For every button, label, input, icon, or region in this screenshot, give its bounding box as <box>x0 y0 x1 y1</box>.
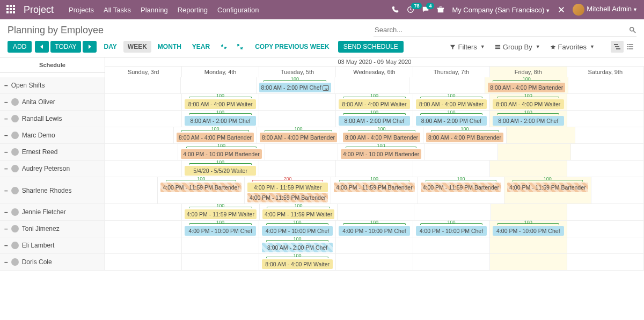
shift-pill[interactable]: 4:00 PM - 10:00 PM Chef <box>185 226 255 236</box>
gantt-cell[interactable]: 1005/4/20 - 5/5/20 Waiter <box>182 161 259 177</box>
row-header[interactable]: –Randall Lewis <box>0 111 105 127</box>
row-header[interactable]: –Jennie Fletcher <box>0 204 105 220</box>
gantt-cell[interactable] <box>491 204 568 220</box>
range-month[interactable]: MONTH <box>153 41 186 53</box>
gantt-cell[interactable] <box>334 77 410 93</box>
gantt-cell[interactable] <box>105 161 182 177</box>
gantt-cell[interactable] <box>591 177 644 203</box>
row-header[interactable]: –Ernest Reed <box>0 144 105 160</box>
collapse-toggle[interactable]: – <box>4 208 8 216</box>
gantt-cell[interactable]: 1008:00 AM - 4:00 PM Waiter <box>413 94 490 110</box>
voip-icon[interactable] <box>392 6 399 13</box>
gantt-cell[interactable] <box>571 144 644 160</box>
shift-pill[interactable]: 4:00 PM - 10:00 PM Chef <box>262 226 333 236</box>
collapse-toggle[interactable]: – <box>4 98 8 106</box>
gantt-cell[interactable]: 1004:00 PM - 11:59 PM Bartender <box>158 177 244 203</box>
shift-pill[interactable]: 8:00 AM - 4:00 PM Waiter <box>262 259 333 269</box>
shift-pill[interactable]: 4:00 PM - 10:00 PM Chef <box>493 226 564 236</box>
gantt-cell[interactable]: 1004:00 PM - 10:00 PM Bartender <box>338 144 425 160</box>
gantt-cell[interactable] <box>182 254 259 270</box>
gantt-cell[interactable]: 2004:00 PM - 11:59 PM Waiter4:00 PM - 11… <box>245 177 331 203</box>
messages-icon[interactable]: 4 <box>422 6 429 13</box>
expand-all-icon[interactable] <box>233 41 246 52</box>
today-button[interactable]: TODAY <box>50 41 80 53</box>
gantt-cell[interactable]: 1008:00 AM - 4:00 PM Waiter <box>182 94 259 110</box>
shift-pill[interactable]: 4:00 PM - 10:00 PM Bartender <box>181 149 261 159</box>
gantt-cell[interactable] <box>413 254 490 270</box>
row-header[interactable]: –Toni Jimenez <box>0 221 105 237</box>
company-switcher[interactable]: My Company (San Francisco)▼ <box>452 6 550 14</box>
row-header[interactable]: –Anita Oliver <box>0 94 105 110</box>
gantt-cell[interactable] <box>567 237 644 253</box>
shift-pill[interactable]: 4:00 PM - 11:59 PM Waiter <box>247 183 328 192</box>
shift-pill[interactable]: 8:00 AM - 4:00 PM Bartender <box>260 133 337 142</box>
gantt-cell[interactable] <box>568 77 644 93</box>
gantt-cell[interactable]: 1004:00 PM - 11:59 PM Bartender <box>418 177 504 203</box>
shift-pill[interactable]: 4:00 PM - 11:59 PM Bartender <box>507 183 588 192</box>
shift-pill[interactable]: 8:00 AM - 2:00 PM Chef <box>339 116 409 126</box>
favorites-dropdown[interactable]: Favorites▼ <box>550 43 595 51</box>
collapse-toggle[interactable]: – <box>4 148 8 156</box>
shift-pill[interactable]: 4:00 PM - 10:00 PM Bartender <box>341 149 421 159</box>
gantt-cell[interactable]: 1008:00 AM - 4:00 PM Bartender <box>257 127 340 143</box>
shift-pill[interactable]: 8:00 AM - 2:00 PM Chef <box>493 116 564 126</box>
gantt-cell[interactable] <box>181 77 257 93</box>
collapse-toggle[interactable]: – <box>4 115 8 122</box>
gantt-cell[interactable]: 1008:00 AM - 4:00 PM Bartender <box>485 77 568 93</box>
gantt-cell[interactable] <box>507 127 575 143</box>
shift-pill[interactable]: 4:00 PM - 11:59 PM Waiter <box>185 209 257 219</box>
gantt-cell[interactable] <box>575 127 644 143</box>
shift-pill[interactable]: 4:00 PM - 11:59 PM Waiter <box>262 209 334 219</box>
gantt-cell[interactable] <box>105 177 158 203</box>
gantt-cell[interactable] <box>409 77 485 93</box>
gantt-cell[interactable] <box>414 204 491 220</box>
gantt-cell[interactable]: 1004:00 PM - 11:59 PM Waiter <box>182 204 260 220</box>
nav-menu-all-tasks[interactable]: All Tasks <box>104 6 131 14</box>
gantt-cell[interactable] <box>413 237 490 253</box>
nav-menu-planning[interactable]: Planning <box>141 6 168 14</box>
shift-pill[interactable]: 4:00 PM - 10:00 PM Chef <box>339 226 409 236</box>
collapse-toggle[interactable]: – <box>4 242 8 249</box>
shift-pill[interactable]: 4:00 PM - 10:00 PM Chef <box>416 226 487 236</box>
gantt-cell[interactable] <box>567 111 644 127</box>
gantt-cell[interactable] <box>105 94 182 110</box>
row-header[interactable]: –Marc Demo <box>0 127 105 143</box>
gantt-cell[interactable]: 1008:00 AM - 2:00 PM Chef <box>257 77 334 93</box>
user-menu[interactable]: Mitchell Admin▼ <box>573 4 638 16</box>
next-button[interactable] <box>83 41 97 53</box>
shift-pill[interactable]: 8:00 AM - 4:00 PM Waiter <box>416 99 487 109</box>
gantt-cell[interactable] <box>567 94 644 110</box>
gantt-cell[interactable] <box>336 237 413 253</box>
row-header[interactable]: –Doris Cole <box>0 254 105 270</box>
shift-pill[interactable]: 4:00 PM - 11:59 PM Bartender <box>247 193 328 202</box>
gantt-cell[interactable] <box>567 161 644 177</box>
gantt-cell[interactable] <box>105 254 182 270</box>
gantt-cell[interactable]: 1008:00 AM - 4:00 PM Waiter <box>336 94 413 110</box>
groupby-dropdown[interactable]: Group By▼ <box>495 43 540 51</box>
shift-pill[interactable]: 8:00 AM - 2:00 PM Chef <box>185 116 255 126</box>
gantt-cell[interactable]: 1008:00 AM - 2:00 PM Chef <box>490 111 567 127</box>
collapse-toggle[interactable]: – <box>4 258 8 266</box>
gantt-cell[interactable]: 1008:00 AM - 2:00 PM Chef <box>182 111 259 127</box>
gantt-cell[interactable]: 1008:00 AM - 4:00 PM Bartender <box>340 127 423 143</box>
shift-pill[interactable]: 8:00 AM - 2:00 PM Chef <box>262 243 333 252</box>
shift-pill[interactable]: 8:00 AM - 2:00 PM Chef <box>259 83 331 92</box>
gantt-cell[interactable]: 1004:00 PM - 11:59 PM Bartender <box>504 177 591 203</box>
gantt-cell[interactable]: 1004:00 PM - 10:00 PM Chef <box>413 221 490 237</box>
gantt-cell[interactable]: 1004:00 PM - 11:59 PM Bartender <box>331 177 418 203</box>
gantt-cell[interactable]: 1004:00 PM - 10:00 PM Chef <box>259 221 336 237</box>
range-week[interactable]: WEEK <box>123 41 151 53</box>
shift-pill[interactable]: 8:00 AM - 4:00 PM Bartender <box>488 83 565 92</box>
gantt-cell[interactable]: 1004:00 PM - 10:00 PM Bartender <box>178 144 265 160</box>
shift-pill[interactable]: 4:00 PM - 11:59 PM Bartender <box>160 183 241 192</box>
gantt-cell[interactable]: 1004:00 PM - 10:00 PM Chef <box>336 221 413 237</box>
gantt-cell[interactable] <box>105 237 182 253</box>
gantt-cell[interactable] <box>105 144 178 160</box>
gantt-cell[interactable] <box>259 111 336 127</box>
shift-pill[interactable]: 8:00 AM - 4:00 PM Bartender <box>343 133 420 142</box>
gantt-cell[interactable]: 1008:00 AM - 4:00 PM Bartender <box>423 127 507 143</box>
row-header[interactable]: –Eli Lambert <box>0 237 105 253</box>
gantt-cell[interactable] <box>105 204 182 220</box>
collapse-toggle[interactable]: – <box>4 165 8 172</box>
gantt-cell[interactable] <box>265 144 338 160</box>
